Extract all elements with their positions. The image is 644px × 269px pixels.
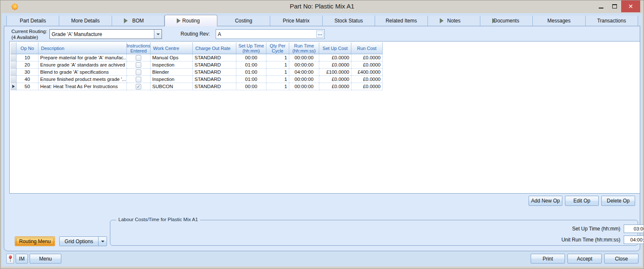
- col-header-qty-per-cycle[interactable]: Qty Per Cycle: [266, 42, 289, 54]
- window-title: Part No: Plastic Mix A1: [0, 3, 644, 10]
- unit-run-time-field[interactable]: 04:00:00: [624, 236, 644, 244]
- tab-notes[interactable]: Notes: [428, 16, 480, 26]
- menu-button[interactable]: Menu: [30, 254, 61, 263]
- delete-op-button[interactable]: Delete Op: [601, 196, 635, 206]
- bottom-bar: IM Menu Print Accept Close: [2, 251, 642, 266]
- routing-rev-label: Routing Rev:: [181, 31, 210, 37]
- print-button[interactable]: Print: [531, 254, 565, 263]
- pin-icon: [8, 255, 12, 262]
- table-row[interactable]: 30 Blend to grade 'A' specifications Ble…: [11, 69, 383, 76]
- op-button-group: Add New Op Edit Op Delete Op: [529, 196, 635, 206]
- edit-op-button[interactable]: Edit Op: [565, 196, 599, 206]
- tab-costing[interactable]: Costing: [217, 16, 270, 26]
- routing-grid: Op No Description Instructions Entered W…: [11, 42, 383, 90]
- col-header-set-up-time[interactable]: Set Up Time (hh:mm): [236, 42, 266, 54]
- grid-options-dropdown[interactable]: [98, 237, 107, 246]
- unit-run-time-label: Unit Run Time (hh:mm:ss): [533, 237, 624, 243]
- table-row-current[interactable]: 50 Heat: Heat Treat As Per Instructions …: [11, 83, 383, 90]
- close-window-button[interactable]: ✕: [621, 0, 640, 12]
- table-row[interactable]: 10 Prepare material for grade 'A' manufa…: [11, 54, 383, 61]
- tab-stock-status[interactable]: Stock Status: [323, 16, 375, 26]
- tab-related-items[interactable]: Related Items: [375, 16, 428, 26]
- instructions-checkbox[interactable]: [136, 69, 141, 75]
- tab-arrow-icon: [440, 18, 444, 23]
- col-header-instructions[interactable]: Instructions Entered: [127, 42, 151, 54]
- tab-arrow-icon: [492, 18, 496, 23]
- chevron-down-icon[interactable]: [154, 30, 162, 39]
- add-new-op-button[interactable]: Add New Op: [529, 196, 562, 206]
- tab-part-details[interactable]: Part Details: [6, 16, 59, 26]
- tab-price-matrix[interactable]: Price Matrix: [270, 16, 323, 26]
- routing-tab-page: Current Routing: (4 Available) Grade 'A'…: [4, 26, 640, 251]
- tab-arrow-icon: [177, 18, 181, 23]
- col-header-op-no[interactable]: Op No: [16, 42, 38, 54]
- labour-costs-groupbox: Labour Costs/Time for Plastic Mix A1 Set…: [110, 220, 638, 246]
- instructions-checkbox[interactable]: [136, 62, 141, 68]
- tab-messages[interactable]: Messages: [533, 16, 585, 26]
- table-row[interactable]: 20 Ensure grade 'A' standards are achive…: [11, 61, 383, 69]
- current-routing-select[interactable]: Grade 'A' Manufacture: [49, 29, 162, 39]
- tab-arrow-icon: [124, 18, 128, 23]
- tab-transactions[interactable]: Transactions: [586, 16, 638, 26]
- tab-strip: Part Details More Details BOM Routing Co…: [6, 16, 638, 26]
- set-up-time-label: Set Up Time (hh:mm): [533, 226, 624, 232]
- col-header-set-up-cost[interactable]: Set Up Cost: [319, 42, 351, 54]
- row-selector[interactable]: [11, 69, 16, 76]
- routing-grid-panel: Op No Description Instructions Entered W…: [9, 41, 640, 194]
- instructions-checkbox-checked[interactable]: ✓: [136, 84, 141, 89]
- minimize-button[interactable]: [594, 0, 608, 12]
- instructions-checkbox[interactable]: [136, 55, 141, 61]
- app-window: Part No: Plastic Mix A1 ✕ Part Details M…: [0, 0, 644, 269]
- row-selector[interactable]: [11, 83, 16, 90]
- tab-documents[interactable]: Documents: [480, 16, 533, 26]
- current-row-indicator-icon: [12, 85, 15, 88]
- tab-bom[interactable]: BOM: [112, 16, 164, 26]
- browse-ellipsis-button[interactable]: …: [316, 31, 323, 38]
- close-button[interactable]: Close: [604, 254, 639, 263]
- window-body: Part Details More Details BOM Routing Co…: [2, 13, 642, 266]
- tab-more-details[interactable]: More Details: [59, 16, 112, 26]
- row-selector-header: [11, 42, 16, 54]
- title-bar: Part No: Plastic Mix A1 ✕: [0, 0, 644, 13]
- im-button[interactable]: IM: [16, 254, 28, 263]
- grid-options-button[interactable]: Grid Options: [59, 236, 107, 246]
- grid-header-row: Op No Description Instructions Entered W…: [11, 42, 383, 54]
- instructions-checkbox[interactable]: [136, 77, 141, 82]
- col-header-description[interactable]: Description: [38, 42, 127, 54]
- col-header-work-centre[interactable]: Work Centre: [151, 42, 193, 54]
- col-header-charge-out-rate[interactable]: Charge Out Rate: [193, 42, 236, 54]
- current-routing-label: Current Routing: (4 Available): [11, 28, 47, 40]
- routing-rev-value: A: [216, 31, 316, 37]
- table-row[interactable]: 40 Ensure finished product meets grade '…: [11, 76, 383, 83]
- routing-rev-input[interactable]: A …: [216, 29, 325, 39]
- chevron-down-icon: [101, 241, 104, 242]
- row-selector[interactable]: [11, 76, 16, 83]
- tab-routing[interactable]: Routing: [164, 15, 217, 26]
- labour-costs-title: Labour Costs/Time for Plastic Mix A1: [116, 217, 200, 222]
- row-selector[interactable]: [11, 54, 16, 61]
- row-selector[interactable]: [11, 61, 16, 69]
- maximize-button[interactable]: [608, 0, 621, 12]
- current-routing-value: Grade 'A' Manufacture: [50, 31, 154, 37]
- accept-button[interactable]: Accept: [567, 254, 602, 263]
- pin-button[interactable]: [6, 254, 14, 263]
- col-header-run-cost[interactable]: Run Cost: [351, 42, 383, 54]
- col-header-run-time[interactable]: Run Time (hh:mm:ss): [289, 42, 319, 54]
- routing-menu-button[interactable]: Routing Menu: [15, 236, 55, 246]
- set-up-time-field[interactable]: 03:00: [624, 225, 644, 233]
